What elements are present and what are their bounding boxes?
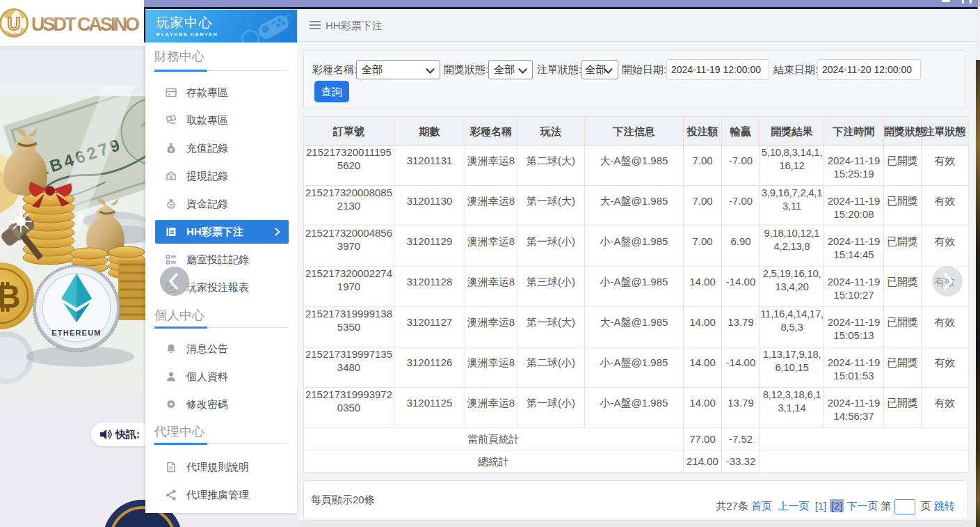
svg-text:casino: casino xyxy=(7,32,20,36)
svg-text:ETHEREUM: ETHEREUM xyxy=(51,329,101,337)
svg-text:U: U xyxy=(8,13,21,34)
svg-text:¥: ¥ xyxy=(170,147,173,153)
svg-text:USDT CASINO: USDT CASINO xyxy=(31,14,140,35)
svg-text:₿: ₿ xyxy=(0,278,21,315)
